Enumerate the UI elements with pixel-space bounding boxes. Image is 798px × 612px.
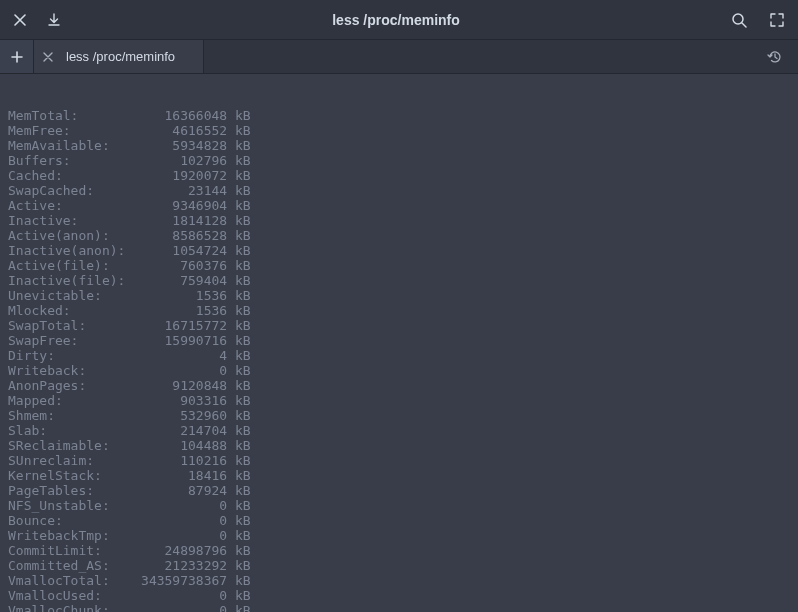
meminfo-content: MemTotal: 16366048 kBMemFree: 4616552 kB… xyxy=(8,108,790,612)
titlebar-left-controls xyxy=(12,12,62,28)
meminfo-row: Active: 9346904 kB xyxy=(8,198,790,213)
tabbar-right-controls xyxy=(752,40,798,73)
meminfo-row: Inactive: 1814128 kB xyxy=(8,213,790,228)
download-icon[interactable] xyxy=(46,12,62,28)
tab-close-icon[interactable] xyxy=(40,49,56,65)
meminfo-row: Dirty: 4 kB xyxy=(8,348,790,363)
search-icon[interactable] xyxy=(730,11,748,29)
meminfo-row: Mapped: 903316 kB xyxy=(8,393,790,408)
meminfo-row: VmallocChunk: 0 kB xyxy=(8,603,790,612)
meminfo-row: Inactive(file): 759404 kB xyxy=(8,273,790,288)
tab-label: less /proc/meminfo xyxy=(66,49,175,64)
meminfo-row: MemTotal: 16366048 kB xyxy=(8,108,790,123)
meminfo-row: SUnreclaim: 110216 kB xyxy=(8,453,790,468)
meminfo-row: PageTables: 87924 kB xyxy=(8,483,790,498)
meminfo-row: Writeback: 0 kB xyxy=(8,363,790,378)
meminfo-row: SwapTotal: 16715772 kB xyxy=(8,318,790,333)
meminfo-row: Buffers: 102796 kB xyxy=(8,153,790,168)
tab-item[interactable]: less /proc/meminfo xyxy=(34,40,204,73)
tab-bar: less /proc/meminfo xyxy=(0,40,798,74)
meminfo-row: MemFree: 4616552 kB xyxy=(8,123,790,138)
meminfo-row: Active(anon): 8586528 kB xyxy=(8,228,790,243)
history-icon[interactable] xyxy=(766,48,784,66)
meminfo-row: KernelStack: 18416 kB xyxy=(8,468,790,483)
meminfo-row: WritebackTmp: 0 kB xyxy=(8,528,790,543)
meminfo-row: SwapFree: 15990716 kB xyxy=(8,333,790,348)
meminfo-row: Slab: 214704 kB xyxy=(8,423,790,438)
meminfo-row: VmallocUsed: 0 kB xyxy=(8,588,790,603)
fullscreen-icon[interactable] xyxy=(768,11,786,29)
meminfo-row: Mlocked: 1536 kB xyxy=(8,303,790,318)
meminfo-row: Shmem: 532960 kB xyxy=(8,408,790,423)
close-icon[interactable] xyxy=(12,12,28,28)
meminfo-row: VmallocTotal: 34359738367 kB xyxy=(8,573,790,588)
meminfo-row: SReclaimable: 104488 kB xyxy=(8,438,790,453)
tabbar-spacer xyxy=(204,40,752,73)
meminfo-row: Active(file): 760376 kB xyxy=(8,258,790,273)
window-titlebar: less /proc/meminfo xyxy=(0,0,798,40)
window-title: less /proc/meminfo xyxy=(62,12,730,28)
meminfo-row: Inactive(anon): 1054724 kB xyxy=(8,243,790,258)
titlebar-right-controls xyxy=(730,11,786,29)
meminfo-row: AnonPages: 9120848 kB xyxy=(8,378,790,393)
meminfo-row: CommitLimit: 24898796 kB xyxy=(8,543,790,558)
meminfo-row: Cached: 1920072 kB xyxy=(8,168,790,183)
meminfo-row: SwapCached: 23144 kB xyxy=(8,183,790,198)
meminfo-row: Unevictable: 1536 kB xyxy=(8,288,790,303)
terminal-output[interactable]: MemTotal: 16366048 kBMemFree: 4616552 kB… xyxy=(0,74,798,612)
meminfo-row: NFS_Unstable: 0 kB xyxy=(8,498,790,513)
meminfo-row: Bounce: 0 kB xyxy=(8,513,790,528)
new-tab-button[interactable] xyxy=(0,40,34,73)
meminfo-row: MemAvailable: 5934828 kB xyxy=(8,138,790,153)
meminfo-row: Committed_AS: 21233292 kB xyxy=(8,558,790,573)
